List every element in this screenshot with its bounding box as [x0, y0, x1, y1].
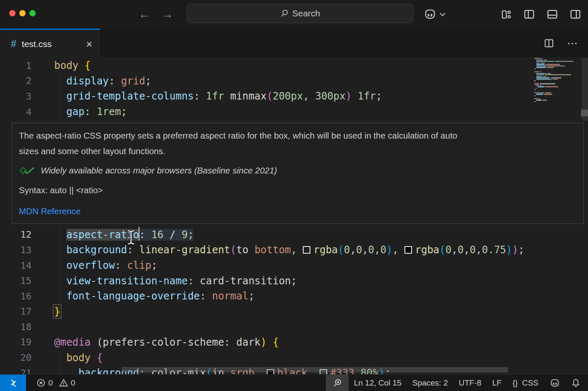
code-token: 0: [470, 244, 475, 256]
minimap-line: [534, 66, 580, 66]
code-editor[interactable]: 1body {2 display: grid;3 grid-template-c…: [0, 58, 588, 374]
color-swatch[interactable]: [404, 246, 412, 254]
tab-test-css[interactable]: # test.css ×: [0, 29, 100, 58]
code-token: background: [66, 244, 127, 256]
encoding-status[interactable]: UTF-8: [453, 375, 487, 391]
tooltip-description: The aspect-ratio CSS property sets a pre…: [19, 128, 577, 159]
encoding-label: UTF-8: [459, 378, 481, 388]
code-token: overflow: [66, 260, 115, 271]
minimap-token: [534, 92, 544, 93]
indent-guide: [60, 350, 60, 374]
copilot-status[interactable]: [544, 375, 566, 391]
code-token: (: [338, 244, 344, 256]
minimap-token: [538, 86, 545, 87]
minimap-line: [534, 97, 580, 97]
minimap-token: [534, 80, 536, 81]
line-number: 15: [0, 276, 32, 286]
title-bar: ← → Search: [0, 0, 588, 29]
code-text: display: grid;: [54, 75, 151, 87]
minimap-line: [534, 58, 580, 59]
split-editor-icon[interactable]: [543, 38, 554, 49]
minimap-token: [534, 83, 539, 84]
code-token: :: [200, 290, 206, 302]
code-token: {: [273, 336, 278, 348]
minimap-line: [534, 86, 580, 87]
minimap-token: [536, 67, 546, 68]
language-mode-status[interactable]: {} CSS: [507, 375, 544, 391]
code-token: {: [84, 60, 90, 71]
more-actions-icon[interactable]: ⋯: [567, 37, 579, 50]
tab-label: test.css: [22, 39, 52, 49]
minimap-line: [534, 79, 580, 80]
code-token: [79, 60, 84, 71]
close-window-button[interactable]: [9, 10, 16, 16]
minimize-window-button[interactable]: [19, 10, 26, 16]
minimap-line: [534, 70, 580, 71]
code-token: 1rem: [97, 106, 121, 118]
braces-icon: {}: [512, 378, 518, 388]
cursor-position-status[interactable]: Ln 12, Col 15: [349, 375, 407, 391]
minimap-token: [536, 64, 545, 65]
zoom-window-button[interactable]: [29, 10, 36, 16]
code-token: @media: [54, 336, 91, 348]
minimap-line: [534, 101, 580, 102]
toggle-panel-icon[interactable]: [546, 8, 558, 20]
indentation-label: Spaces: 2: [412, 378, 448, 388]
code-token: 1fr: [206, 90, 224, 102]
color-swatch[interactable]: [303, 246, 310, 254]
problems-status[interactable]: 0 0: [31, 375, 84, 391]
toggle-secondary-sidebar-icon[interactable]: [570, 8, 581, 20]
code-token: {: [97, 352, 102, 364]
code-token: ;: [518, 244, 524, 256]
code-text: @media (prefers-color-scheme: dark) {: [54, 336, 279, 348]
minimap-token: [536, 94, 543, 94]
mdn-reference-link[interactable]: MDN Reference: [19, 206, 577, 216]
code-token: 0: [446, 244, 452, 256]
code-token: display: [66, 75, 109, 87]
zoom-status-item[interactable]: [326, 375, 349, 391]
line-number: 1: [0, 60, 32, 71]
mouse-cursor-ibeam: [126, 230, 136, 245]
command-center-search[interactable]: Search: [187, 4, 413, 23]
code-token: :: [194, 90, 200, 102]
toggle-primary-sidebar-icon[interactable]: [523, 8, 535, 20]
minimap-token: [536, 63, 540, 63]
code-token: :: [84, 106, 90, 118]
code-token: }: [54, 306, 60, 318]
customize-layout-icon[interactable]: [501, 9, 512, 20]
forward-arrow-icon[interactable]: →: [162, 8, 173, 21]
code-token: grid: [121, 75, 145, 87]
code-line: 16 font-language-override: normal;: [0, 289, 588, 304]
minimap-line: [534, 94, 580, 94]
code-token: ;: [151, 260, 157, 271]
status-bar: 0 0 Ln 12, Col 15 Spaces: 2 UTF-8 LF: [0, 374, 588, 391]
code-line: 2 display: grid;: [0, 73, 588, 89]
line-number: 18: [0, 322, 32, 332]
indentation-status[interactable]: Spaces: 2: [407, 375, 454, 391]
code-token: ;: [121, 106, 127, 118]
remote-indicator[interactable]: [0, 375, 26, 391]
code-token: (: [97, 336, 102, 348]
code-token: ,: [303, 90, 309, 102]
line-number: 3: [0, 91, 32, 102]
minimap-line: [534, 64, 580, 65]
minimap-line: [534, 85, 580, 86]
code-token: card-transition: [200, 275, 291, 287]
code-token: [206, 290, 212, 302]
code-token: [133, 244, 139, 256]
close-tab-icon[interactable]: ×: [86, 39, 92, 50]
minimap-token: [534, 89, 536, 90]
code-token: [91, 352, 97, 364]
back-arrow-icon[interactable]: ←: [139, 8, 150, 21]
copilot-icon[interactable]: [423, 8, 437, 20]
eol-status[interactable]: LF: [487, 375, 507, 391]
warning-icon: [59, 378, 68, 387]
notifications-status[interactable]: [566, 375, 588, 391]
minimap-token: [548, 66, 565, 66]
chevron-down-icon[interactable]: [439, 12, 446, 17]
minimap-token: [551, 77, 561, 78]
minimap-token: [546, 64, 560, 65]
horizontal-scrollbar[interactable]: [122, 367, 508, 373]
minimap-token: [536, 85, 539, 86]
scrollbar-handle[interactable]: [581, 110, 588, 116]
